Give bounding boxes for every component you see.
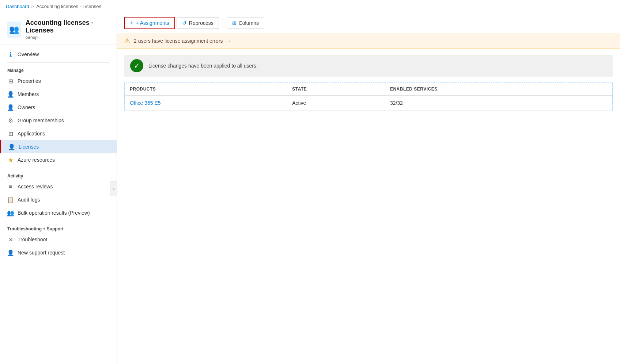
- cell-state: Active: [287, 96, 385, 111]
- nav-item-members[interactable]: 👤 Members: [0, 88, 117, 101]
- table-row: Office 365 E5 Active 32/32: [125, 96, 613, 111]
- sidebar-title: Accounting licenses - Licenses: [26, 19, 109, 34]
- section-manage: Manage: [0, 64, 117, 74]
- nav-label-bulk-operations: Bulk operation results (Preview): [18, 210, 90, 216]
- troubleshoot-icon: ✕: [7, 236, 14, 243]
- section-activity: Activity: [0, 170, 117, 180]
- access-reviews-icon: ≡: [7, 183, 14, 190]
- group-memberships-icon: ⚙: [7, 117, 14, 124]
- nav-label-applications: Applications: [18, 131, 45, 137]
- nav-label-owners: Owners: [18, 104, 35, 110]
- table-header-row: PRODUCTS STATE ENABLED SERVICES: [125, 83, 613, 96]
- sidebar-wrapper: 👥 Accounting licenses - Licenses Group ℹ…: [0, 13, 117, 364]
- reprocess-label: Reprocess: [189, 20, 213, 26]
- nav-item-access-reviews[interactable]: ≡ Access reviews: [0, 180, 117, 193]
- properties-icon: ⊞: [7, 78, 14, 84]
- sidebar: 👥 Accounting licenses - Licenses Group ℹ…: [0, 13, 117, 364]
- nav-item-overview[interactable]: ℹ Overview: [0, 48, 117, 61]
- nav-divider-1: [7, 62, 109, 63]
- nav-label-properties: Properties: [18, 78, 41, 84]
- breadcrumb-bar: Dashboard > Accounting licenses - Licens…: [0, 0, 620, 13]
- nav-item-applications[interactable]: ⊞ Applications: [0, 127, 117, 140]
- warning-banner: ⚠ 2 users have license assignment errors…: [117, 33, 620, 49]
- nav-item-audit-logs[interactable]: 📋 Audit logs: [0, 193, 117, 206]
- main-layout: 👥 Accounting licenses - Licenses Group ℹ…: [0, 13, 620, 364]
- section-troubleshooting: Troubleshooting + Support: [0, 223, 117, 233]
- success-text: License changes have been applied to all…: [148, 63, 258, 69]
- support-request-icon: 👤: [7, 249, 14, 256]
- table-header: PRODUCTS STATE ENABLED SERVICES: [125, 83, 613, 96]
- columns-icon: ⊞: [232, 20, 237, 26]
- audit-logs-icon: 📋: [7, 196, 14, 203]
- success-banner: ✓ License changes have been applied to a…: [124, 55, 613, 77]
- sidebar-subtitle: Group: [26, 35, 109, 40]
- product-link-office365e5[interactable]: Office 365 E5: [130, 100, 161, 106]
- nav-item-azure-resources[interactable]: ★ Azure resources: [0, 153, 117, 166]
- licenses-table: PRODUCTS STATE ENABLED SERVICES Office 3…: [124, 83, 613, 111]
- columns-button[interactable]: ⊞ Columns: [227, 18, 264, 28]
- licenses-icon: 👤: [8, 143, 15, 150]
- plus-icon: +: [130, 20, 133, 26]
- nav-label-overview: Overview: [18, 51, 39, 57]
- content-area: + + Assignments ↺ Reprocess ⊞ Columns ⚠ …: [117, 13, 620, 364]
- nav-label-new-support-request: New support request: [18, 250, 65, 256]
- assignments-button[interactable]: + + Assignments: [124, 17, 175, 29]
- nav-label-members: Members: [18, 91, 39, 97]
- breadcrumb-separator: >: [31, 4, 34, 9]
- sidebar-title-block: Accounting licenses - Licenses Group: [26, 19, 109, 40]
- sidebar-nav: ℹ Overview Manage ⊞ Properties 👤 Members…: [0, 45, 117, 364]
- success-icon: ✓: [130, 59, 143, 72]
- group-avatar: 👥: [7, 22, 21, 38]
- cell-enabled-services: 32/32: [385, 96, 613, 111]
- nav-divider-2: [7, 168, 109, 168]
- nav-label-group-memberships: Group memberships: [18, 118, 64, 123]
- azure-resources-icon: ★: [7, 157, 14, 163]
- reprocess-icon: ↺: [182, 20, 187, 26]
- col-state: STATE: [287, 83, 385, 96]
- bulk-operations-icon: 👥: [7, 210, 14, 216]
- warning-link[interactable]: →: [226, 38, 231, 44]
- assignments-label: + Assignments: [136, 20, 169, 26]
- toolbar: + + Assignments ↺ Reprocess ⊞ Columns: [117, 13, 620, 33]
- table-body: Office 365 E5 Active 32/32: [125, 96, 613, 111]
- toolbar-divider: [223, 18, 223, 28]
- columns-label: Columns: [239, 20, 259, 26]
- col-enabled-services: ENABLED SERVICES: [385, 83, 613, 96]
- sidebar-header: 👥 Accounting licenses - Licenses Group: [0, 13, 117, 45]
- checkmark-icon: ✓: [134, 61, 140, 70]
- nav-item-licenses[interactable]: 👤 Licenses: [0, 140, 117, 153]
- reprocess-button[interactable]: ↺ Reprocess: [177, 17, 219, 29]
- licenses-table-container: PRODUCTS STATE ENABLED SERVICES Office 3…: [117, 83, 620, 118]
- col-products: PRODUCTS: [125, 83, 287, 96]
- nav-divider-3: [7, 221, 109, 221]
- nav-label-troubleshoot: Troubleshoot: [18, 237, 47, 242]
- warning-icon: ⚠: [124, 37, 130, 45]
- nav-item-properties[interactable]: ⊞ Properties: [0, 74, 117, 88]
- members-icon: 👤: [7, 91, 14, 97]
- warning-text: 2 users have license assignment errors →: [134, 38, 231, 44]
- nav-label-access-reviews: Access reviews: [18, 184, 53, 189]
- owners-icon: 👤: [7, 104, 14, 111]
- breadcrumb-home[interactable]: Dashboard: [6, 4, 29, 9]
- nav-label-audit-logs: Audit logs: [18, 197, 40, 203]
- nav-item-troubleshoot[interactable]: ✕ Troubleshoot: [0, 233, 117, 246]
- avatar-icon: 👥: [9, 25, 19, 34]
- info-icon: ℹ: [7, 51, 14, 58]
- sidebar-collapse-button[interactable]: «: [110, 181, 117, 196]
- nav-label-licenses: Licenses: [19, 144, 39, 150]
- nav-item-owners[interactable]: 👤 Owners: [0, 101, 117, 114]
- cell-product: Office 365 E5: [125, 96, 287, 111]
- nav-item-group-memberships[interactable]: ⚙ Group memberships: [0, 114, 117, 127]
- nav-item-new-support-request[interactable]: 👤 New support request: [0, 246, 117, 259]
- breadcrumb-current: Accounting licenses - Licenses: [36, 4, 101, 9]
- nav-label-azure-resources: Azure resources: [18, 157, 55, 163]
- applications-icon: ⊞: [7, 130, 14, 137]
- nav-item-bulk-operations[interactable]: 👥 Bulk operation results (Preview): [0, 206, 117, 219]
